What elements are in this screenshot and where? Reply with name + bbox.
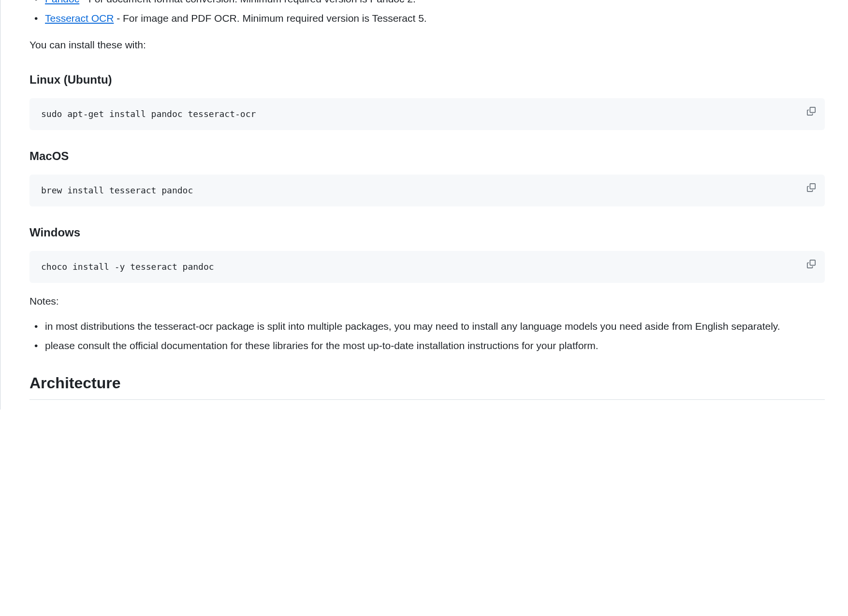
pandoc-link[interactable]: Pandoc — [45, 0, 79, 4]
architecture-heading: Architecture — [29, 371, 825, 400]
code-block-windows: choco install -y tesseract pandoc — [29, 251, 825, 283]
install-intro-text: You can install these with: — [29, 36, 825, 54]
notes-list: in most distributions the tesseract-ocr … — [29, 318, 825, 354]
copy-button[interactable] — [804, 257, 819, 272]
list-item: Pandoc - For document format conversion.… — [45, 0, 825, 8]
code-block-macos: brew install tesseract pandoc — [29, 175, 825, 206]
dependency-desc: - For image and PDF OCR. Minimum require… — [114, 13, 426, 24]
code-block-linux: sudo apt-get install pandoc tesseract-oc… — [29, 98, 825, 130]
list-item: please consult the official documentatio… — [45, 337, 825, 354]
copy-button[interactable] — [804, 104, 819, 119]
copy-icon — [807, 107, 816, 117]
tesseract-link[interactable]: Tesseract OCR — [45, 13, 114, 24]
notes-heading: Notes: — [29, 293, 825, 310]
dependency-list: Pandoc - For document format conversion.… — [29, 0, 825, 27]
windows-heading: Windows — [29, 224, 825, 241]
copy-icon — [807, 183, 816, 193]
readme-content: Pandoc - For document format conversion.… — [6, 0, 848, 410]
linux-heading: Linux (Ubuntu) — [29, 71, 825, 88]
macos-heading: MacOS — [29, 147, 825, 165]
copy-button[interactable] — [804, 180, 819, 196]
list-item: Tesseract OCR - For image and PDF OCR. M… — [45, 10, 825, 27]
code-text: brew install tesseract pandoc — [41, 185, 193, 195]
code-text: sudo apt-get install pandoc tesseract-oc… — [41, 109, 256, 119]
copy-icon — [807, 260, 816, 270]
code-text: choco install -y tesseract pandoc — [41, 262, 214, 272]
dependency-desc: - For document format conversion. Minimu… — [79, 0, 416, 4]
list-item: in most distributions the tesseract-ocr … — [45, 318, 825, 335]
